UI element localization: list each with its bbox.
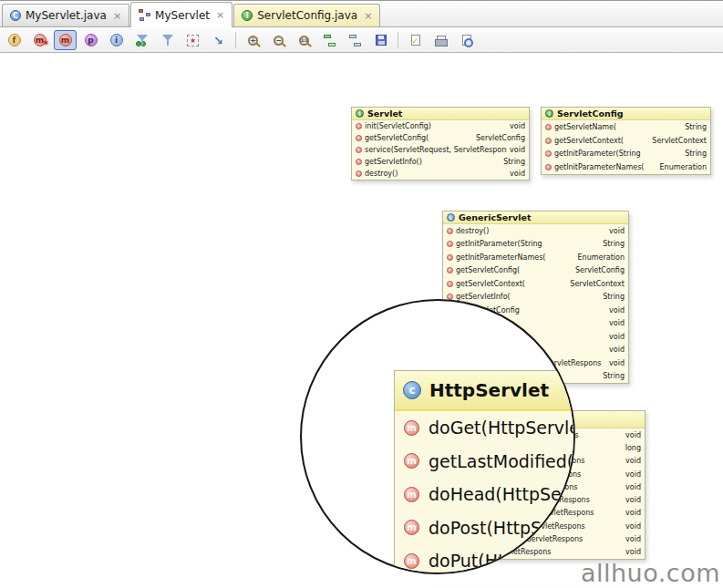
method-icon <box>545 138 552 144</box>
tab-myservlet-diagram[interactable]: MyServlet × <box>130 2 232 27</box>
method-row: getServletInfo()String <box>352 156 529 168</box>
scale-arrow-icon: ↘ <box>213 35 223 46</box>
method-icon <box>356 135 362 141</box>
method-row: getInitParameter(StringString <box>542 147 710 160</box>
zoom-to-fit-button[interactable]: ↘ <box>207 30 230 50</box>
method-return-type: void <box>625 496 641 504</box>
method-name: getInitParameterNames( <box>456 253 575 262</box>
method-icon <box>356 123 362 129</box>
method-row: mdoHead(HttpServletReque <box>395 478 575 511</box>
method-icon <box>545 124 552 130</box>
method-icon <box>447 267 453 273</box>
preview-icon <box>462 35 471 46</box>
method-row: getServletContext(ServletContext <box>542 134 710 148</box>
tab-label: ServletConfig.java <box>257 9 357 22</box>
method-name: getServletInfo( <box>456 293 600 301</box>
edge-filter-icon <box>136 34 149 46</box>
method-return-type: Enumeration <box>578 253 625 262</box>
method-icon <box>545 150 552 157</box>
method-return-type: void <box>609 333 625 341</box>
interface-icon: I <box>242 10 253 21</box>
print-button[interactable] <box>429 30 452 50</box>
method-icon <box>447 241 453 247</box>
export-to-file-button[interactable] <box>404 30 427 50</box>
class-name: Servlet <box>367 108 402 119</box>
method-row: getServletContext(ServletContext <box>443 277 628 291</box>
method-return-type: void <box>625 535 641 543</box>
method-row: service(ServletRequest, ServletResponsvo… <box>352 144 529 156</box>
zoom-out-button[interactable]: − <box>267 30 290 50</box>
show-constructors-button[interactable]: m <box>28 30 51 50</box>
apply-layout-icon <box>324 35 336 46</box>
fit-content-icon: ★ <box>187 35 199 46</box>
method-row: mdoGet(HttpServletRequest, <box>395 411 575 445</box>
method-icon <box>545 164 552 170</box>
class-node-servletconfig[interactable]: I ServletConfig getServletName(Stringget… <box>541 107 711 175</box>
method-return-type: void <box>625 509 641 517</box>
method-return-type: ServletConfig <box>476 134 525 142</box>
method-name: getInitParameter(String <box>554 150 682 158</box>
zoom-in-icon: + <box>248 36 258 46</box>
apply-layout-button[interactable] <box>318 30 341 50</box>
method-return-type: void <box>510 170 525 178</box>
method-return-type: void <box>625 431 641 439</box>
edge-filter-button[interactable] <box>130 30 153 50</box>
tab-label: MyServlet.java <box>26 9 107 22</box>
method-name: getServletConfig( <box>365 134 473 142</box>
node-filter-button[interactable] <box>156 30 179 50</box>
show-fields-button[interactable]: f <box>3 30 26 50</box>
method-icon: m <box>404 453 419 469</box>
show-inner-classes-button[interactable]: i <box>105 30 128 50</box>
preview-button[interactable] <box>455 30 478 50</box>
method-row: getInitParameterNames(Enumeration <box>542 160 710 174</box>
class-node-header: c GenericServlet <box>443 211 628 224</box>
method-return-type: void <box>510 146 525 154</box>
zoom-in-button[interactable]: + <box>242 30 264 50</box>
show-properties-button[interactable]: p <box>79 30 102 50</box>
method-return-type: void <box>625 457 641 465</box>
method-name: doHead(HttpServletReque <box>429 484 575 504</box>
method-return-type: void <box>625 483 641 491</box>
method-return-type: void <box>510 122 525 130</box>
actual-size-icon: 1:1 <box>299 36 309 46</box>
method-return-type: String <box>685 123 707 131</box>
tab-myservlet-java[interactable]: C MyServlet.java × <box>2 4 129 26</box>
method-icon <box>447 254 453 261</box>
method-row: getServletInfo(String <box>443 291 628 304</box>
tab-close-icon[interactable]: × <box>113 10 121 22</box>
export-icon <box>411 35 420 46</box>
method-icon <box>447 281 453 287</box>
method-name: getInitParameter(String <box>456 240 600 248</box>
method-icon <box>356 159 362 165</box>
method-name: service(ServletRequest, ServletRespons <box>365 146 507 154</box>
method-name: destroy() <box>365 170 507 178</box>
method-return-type: ServletConfig <box>575 266 625 274</box>
show-methods-button[interactable]: m <box>54 30 77 50</box>
fields-icon: f <box>8 34 21 46</box>
method-return-type: void <box>609 306 625 315</box>
method-return-type: long <box>625 444 641 452</box>
tab-servletconfig-java[interactable]: I ServletConfig.java × <box>233 4 380 26</box>
actual-size-button[interactable]: 1:1 <box>293 30 315 50</box>
method-return-type: void <box>609 359 625 367</box>
methods-icon: m <box>59 34 72 46</box>
class-node-header: I Servlet <box>352 108 529 120</box>
toolbar-separator <box>398 32 398 48</box>
method-name: destroy() <box>456 227 606 235</box>
class-node-servlet[interactable]: I Servlet init(ServletConfig)voidgetServ… <box>351 107 530 181</box>
fit-content-button[interactable]: ★ <box>181 30 204 50</box>
method-return-type: void <box>625 470 641 479</box>
method-icon: m <box>404 520 419 535</box>
method-row: getInitParameter(StringString <box>443 238 628 252</box>
route-edges-button[interactable] <box>344 30 367 50</box>
diagram-canvas[interactable]: I Servlet init(ServletConfig)voidgetServ… <box>0 54 723 588</box>
method-name: getServletName( <box>554 123 682 131</box>
constructors-icon: m <box>34 34 46 46</box>
properties-icon: p <box>85 34 98 46</box>
tab-label: MyServlet <box>155 9 210 22</box>
method-icon <box>356 147 362 153</box>
method-return-type: String <box>603 372 625 380</box>
save-diagram-button[interactable] <box>369 30 392 50</box>
tab-close-icon[interactable]: × <box>364 10 372 22</box>
tab-close-icon[interactable]: × <box>216 9 224 21</box>
